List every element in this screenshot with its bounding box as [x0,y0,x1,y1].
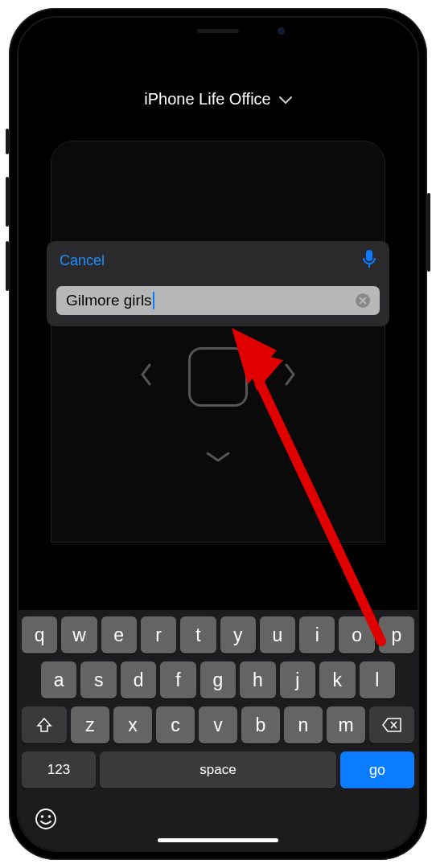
dpad-down-icon[interactable] [206,452,230,466]
key-t[interactable]: t [180,616,216,653]
go-key[interactable]: go [340,751,414,788]
key-w[interactable]: w [61,616,97,653]
search-input[interactable]: Gilmore girls [56,286,380,315]
search-overlay: Cancel Gilmore girls [51,241,385,326]
key-q[interactable]: q [22,616,57,653]
key-v[interactable]: v [199,706,237,743]
dpad-select-button[interactable] [188,347,248,407]
device-selector[interactable]: iPhone Life Office [144,90,292,108]
key-y[interactable]: y [220,616,256,653]
keyboard-row-1: qwertyuiop [22,616,414,653]
key-m[interactable]: m [327,706,365,743]
keyboard-row-4: 123 space go [22,751,414,788]
phone-device-frame: iPhone Life Office Cancel [9,8,427,860]
power-button [427,193,430,272]
key-s[interactable]: s [80,661,116,698]
screen: iPhone Life Office Cancel [19,18,417,850]
keyboard-row-2: asdfghjkl [22,661,414,698]
dpad-row [51,347,385,407]
shift-key[interactable] [22,706,67,743]
search-row: Gilmore girls [47,280,389,326]
key-g[interactable]: g [200,661,236,698]
remote-touchpad-card: Cancel Gilmore girls [51,141,385,542]
key-f[interactable]: f [160,661,195,698]
volume-up-button [6,177,9,227]
clear-text-icon[interactable] [356,293,370,308]
volume-down-button [6,241,9,291]
key-h[interactable]: h [240,661,275,698]
keyboard-bottom-row [22,796,414,837]
key-j[interactable]: j [280,661,315,698]
cancel-button[interactable]: Cancel [60,252,105,269]
keyboard-row-3: zxcvbnm [22,706,414,743]
key-r[interactable]: r [141,616,176,653]
search-toolbar: Cancel [47,241,389,280]
text-cursor [153,292,154,309]
silence-switch [6,129,9,154]
chevron-down-icon [279,90,292,108]
key-e[interactable]: e [101,616,137,653]
key-x[interactable]: x [113,706,152,743]
key-u[interactable]: u [260,616,295,653]
system-keyboard: qwertyuiop asdfghjkl zxcvbnm 123 space g… [19,610,417,850]
key-d[interactable]: d [121,661,156,698]
dictation-icon[interactable] [362,249,376,272]
space-key[interactable]: space [100,751,336,788]
key-o[interactable]: o [339,616,374,653]
svg-point-5 [36,809,56,829]
home-indicator[interactable] [158,838,278,842]
key-n[interactable]: n [284,706,323,743]
phone-bezel: iPhone Life Office Cancel [17,16,419,852]
search-text: Gilmore girls [66,292,154,309]
key-b[interactable]: b [241,706,280,743]
key-i[interactable]: i [299,616,335,653]
key-c[interactable]: c [156,706,195,743]
emoji-icon[interactable] [35,808,59,832]
svg-point-7 [48,815,51,818]
dpad-left-icon[interactable] [125,355,166,399]
notch [134,18,302,43]
svg-rect-0 [366,250,372,261]
numeric-toggle-key[interactable]: 123 [22,751,96,788]
device-name: iPhone Life Office [144,90,271,108]
backspace-key[interactable] [369,706,414,743]
key-k[interactable]: k [319,661,355,698]
svg-point-6 [41,815,44,818]
key-a[interactable]: a [41,661,76,698]
key-p[interactable]: p [379,616,414,653]
key-l[interactable]: l [360,661,395,698]
key-z[interactable]: z [71,706,109,743]
speaker-grille [197,29,239,33]
dpad-right-icon[interactable] [270,355,311,399]
front-camera [278,27,285,35]
